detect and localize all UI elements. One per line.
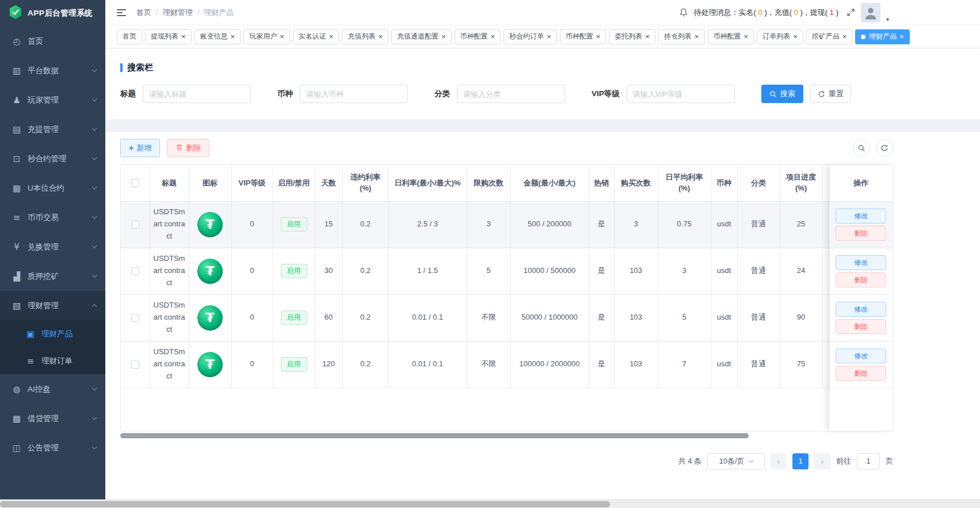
row-delete-button[interactable]: 删除 (836, 319, 886, 334)
tab-close-icon[interactable]: × (441, 33, 446, 40)
tab-label: 首页 (123, 32, 136, 41)
tab-9[interactable]: 币种配置× (560, 29, 607, 44)
row-checkbox[interactable] (131, 314, 139, 322)
goto-page-input[interactable] (857, 453, 880, 469)
row-delete-button[interactable]: 删除 (836, 366, 886, 381)
tab-4[interactable]: 实名认证× (293, 29, 340, 44)
sidebar-item-5[interactable]: ▦U本位合约 (0, 173, 105, 203)
bell-icon[interactable] (679, 8, 688, 17)
sidebar-item-9[interactable]: ▧理财管理 (0, 291, 105, 320)
tab-1[interactable]: 提现列表× (145, 29, 192, 44)
sidebar-item-12[interactable]: ◫公告管理 (0, 433, 105, 462)
column-header-4: 天数 (315, 165, 342, 201)
tab-12[interactable]: 币种配置× (708, 29, 754, 44)
tab-7[interactable]: 币种配置× (455, 29, 501, 44)
breadcrumb-item-1[interactable]: 理财管理 (163, 7, 193, 18)
cell-progress: 25 (780, 201, 822, 248)
avatar-dropdown-caret-icon[interactable]: ▾ (886, 16, 889, 22)
row-checkbox[interactable] (131, 221, 139, 229)
search-button[interactable]: 搜索 (761, 85, 803, 103)
sidebar-subitem-1[interactable]: ≡理财订单 (0, 347, 105, 374)
modify-button[interactable]: 修改 (836, 302, 886, 317)
tab-8[interactable]: 秒合约订单× (504, 29, 557, 44)
sidebar-item-4[interactable]: ⊡秒合约管理 (0, 144, 105, 173)
add-button[interactable]: + 新增 (120, 139, 160, 157)
tab-close-icon[interactable]: × (329, 33, 334, 40)
tab-label: 充值列表 (348, 32, 375, 41)
cell-avg-daily-rate: 5 (658, 294, 711, 341)
sidebar-item-label: 首页 (28, 36, 43, 47)
row-delete-button[interactable]: 删除 (836, 226, 886, 241)
tab-close-icon[interactable]: × (280, 33, 284, 40)
search-input-0[interactable] (143, 85, 251, 103)
tab-15[interactable]: 理财产品× (855, 29, 910, 44)
tab-6[interactable]: 充值通道配置× (391, 29, 452, 44)
sidebar-subitem-0[interactable]: ▣理财产品 (0, 320, 105, 347)
tab-close-icon[interactable]: × (596, 33, 601, 40)
sidebar-item-8[interactable]: ▟质押挖矿 (0, 261, 105, 291)
chevron-down-icon (92, 244, 97, 248)
tab-10[interactable]: 委托列表× (609, 29, 655, 44)
sidebar-item-1[interactable]: ▥平台数据 (0, 56, 105, 85)
cell-hot: 是 (589, 294, 614, 341)
reset-button[interactable]: 重置 (810, 85, 851, 103)
tab-0[interactable]: 首页 (117, 29, 142, 44)
breadcrumb-item-0[interactable]: 首页 (136, 7, 151, 18)
sidebar-item-7[interactable]: ¥兑换管理 (0, 232, 105, 261)
tab-close-icon[interactable]: × (181, 33, 186, 40)
cell-buy-count: 103 (614, 341, 658, 388)
tab-close-icon[interactable]: × (842, 33, 847, 40)
fullscreen-icon[interactable] (846, 8, 855, 17)
tab-14[interactable]: 挖矿产品× (806, 29, 853, 44)
tab-close-icon[interactable]: × (793, 33, 798, 40)
sidebar-collapse-icon[interactable] (117, 9, 126, 16)
browser-scrollbar-thumb[interactable] (0, 501, 610, 507)
page-number-button[interactable]: 1 (792, 453, 809, 469)
tab-close-icon[interactable]: × (231, 33, 235, 40)
page-size-select[interactable]: 10条/页 (707, 453, 765, 469)
tab-close-icon[interactable]: × (491, 33, 495, 40)
cell-clipped (822, 201, 829, 248)
select-all-checkbox[interactable] (131, 179, 139, 187)
tab-11[interactable]: 持仓列表× (658, 29, 705, 44)
browser-horizontal-scrollbar[interactable] (0, 499, 980, 508)
table-search-toggle-icon[interactable] (853, 139, 870, 157)
search-input-3[interactable] (627, 85, 735, 103)
modify-button[interactable]: 修改 (836, 348, 886, 363)
search-input-1[interactable] (300, 85, 408, 103)
cell-avg-daily-rate: 0.75 (658, 201, 711, 248)
sidebar-item-2[interactable]: ♟玩家管理 (0, 85, 105, 115)
row-checkbox[interactable] (131, 361, 139, 369)
search-input-2[interactable] (457, 85, 565, 103)
next-page-button[interactable]: › (814, 453, 830, 469)
tab-close-icon[interactable]: × (378, 33, 383, 40)
tab-close-icon[interactable]: × (547, 33, 551, 40)
table-refresh-icon[interactable] (876, 139, 893, 157)
prev-page-button[interactable]: ‹ (771, 453, 787, 469)
tab-2[interactable]: 账变信息× (195, 29, 241, 44)
u-contract-icon: ▦ (12, 183, 22, 194)
avatar[interactable] (861, 3, 880, 22)
sidebar-item-label: 平台数据 (28, 66, 59, 76)
sidebar-item-10[interactable]: ◍AI控盘 (0, 374, 105, 404)
table-header-row: 标题图标VIP等级启用/禁用天数违约利率(%)日利率(最小/最大)%限购次数金额… (121, 165, 893, 201)
delete-button[interactable]: 删除 (167, 139, 209, 157)
sidebar-item-11[interactable]: ▩借贷管理 (0, 404, 105, 433)
tab-close-icon[interactable]: × (695, 33, 699, 40)
tab-close-icon[interactable]: × (645, 33, 650, 40)
chevron-down-icon (92, 214, 97, 219)
tab-close-icon[interactable]: × (744, 33, 749, 40)
table-horizontal-scrollbar[interactable] (120, 433, 749, 438)
row-checkbox[interactable] (131, 267, 139, 275)
row-delete-button[interactable]: 删除 (836, 272, 886, 287)
tab-5[interactable]: 充值列表× (342, 29, 388, 44)
sidebar-item-3[interactable]: ▤充提管理 (0, 115, 105, 144)
table-toolbar-right (853, 139, 893, 157)
sidebar-item-6[interactable]: ≡币币交易 (0, 203, 105, 232)
modify-button[interactable]: 修改 (836, 208, 886, 223)
tab-13[interactable]: 订单列表× (757, 29, 803, 44)
tab-3[interactable]: 玩家用户× (243, 29, 290, 44)
sidebar-item-0[interactable]: ◴首页 (0, 26, 105, 56)
modify-button[interactable]: 修改 (836, 255, 886, 270)
tab-close-icon[interactable]: × (899, 33, 904, 40)
